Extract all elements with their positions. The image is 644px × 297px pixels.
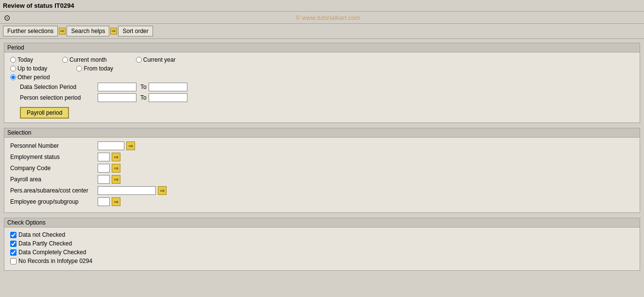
data-selection-period-label: Data Selection Period bbox=[20, 84, 98, 90]
pers-area-row: Pers.area/subarea/cost center ⇨ bbox=[10, 186, 634, 195]
employee-group-label: Employee group/subgroup bbox=[10, 198, 98, 205]
person-selection-period-row: Person selection period To bbox=[20, 93, 634, 102]
radio-current-year-label: Current year bbox=[143, 56, 176, 63]
payroll-period-button[interactable]: Payroll period bbox=[20, 107, 69, 119]
person-selection-period-to-label: To bbox=[140, 94, 147, 101]
employment-status-input[interactable] bbox=[98, 153, 110, 161]
pers-area-label: Pers.area/subarea/cost center bbox=[10, 187, 98, 194]
payroll-area-row: Payroll area ⇨ bbox=[10, 175, 634, 184]
period-radio-row-3: Other period bbox=[10, 74, 634, 81]
data-selection-period-to-label: To bbox=[140, 84, 147, 90]
sort-order-label: Sort order bbox=[122, 28, 148, 35]
main-content: Period Today Current month Current year bbox=[0, 39, 644, 280]
search-helps-label: Search helps bbox=[71, 28, 105, 35]
title-bar: Review of status IT0294 bbox=[0, 0, 644, 12]
period-from-today[interactable]: From today bbox=[76, 65, 113, 72]
company-code-label: Company Code bbox=[10, 165, 98, 172]
no-records-row: No Records in Infotype 0294 bbox=[10, 258, 634, 264]
data-not-checked-row: Data not Checked bbox=[10, 231, 634, 238]
period-radio-row-1: Today Current month Current year bbox=[10, 56, 634, 63]
period-section-header: Period bbox=[4, 43, 640, 52]
personnel-number-arrow-button[interactable]: ⇨ bbox=[126, 141, 135, 150]
period-other-period[interactable]: Other period bbox=[10, 74, 50, 81]
employment-status-arrow-button[interactable]: ⇨ bbox=[112, 153, 120, 161]
employment-status-row: Employment status ⇨ bbox=[10, 153, 634, 161]
pers-area-input[interactable] bbox=[98, 186, 156, 195]
person-selection-period-to-input[interactable] bbox=[149, 93, 187, 102]
radio-up-to-today-label: Up to today bbox=[17, 65, 47, 72]
employee-group-row: Employee group/subgroup ⇨ bbox=[10, 197, 634, 206]
data-completely-checked-checkbox[interactable] bbox=[10, 249, 17, 256]
page-title: Review of status IT0294 bbox=[3, 2, 74, 9]
personnel-number-label: Personnel Number bbox=[10, 142, 98, 149]
company-code-arrow-button[interactable]: ⇨ bbox=[112, 164, 120, 173]
radio-from-today-label: From today bbox=[84, 65, 113, 72]
radio-current-month[interactable] bbox=[62, 57, 68, 63]
payroll-area-label: Payroll area bbox=[10, 176, 98, 183]
watermark: © www.tutorialkart.com bbox=[14, 14, 642, 21]
employee-group-input[interactable] bbox=[98, 197, 110, 206]
period-section-body: Today Current month Current year Up to t… bbox=[4, 52, 640, 122]
data-completely-checked-row: Data Completely Checked bbox=[10, 249, 634, 256]
data-selection-period-row: Data Selection Period To bbox=[20, 83, 634, 91]
check-options-section-body: Data not Checked Data Partly Checked Dat… bbox=[4, 227, 640, 270]
data-not-checked-checkbox[interactable] bbox=[10, 232, 17, 238]
data-not-checked-label: Data not Checked bbox=[18, 231, 65, 238]
pers-area-arrow-button[interactable]: ⇨ bbox=[158, 186, 167, 195]
employment-status-label: Employment status bbox=[10, 154, 98, 160]
data-partly-checked-label: Data Partly Checked bbox=[18, 240, 72, 247]
selection-section: Selection Personnel Number ⇨ Employment … bbox=[4, 128, 640, 213]
payroll-area-arrow-button[interactable]: ⇨ bbox=[112, 175, 120, 184]
data-selection-period-to-input[interactable] bbox=[149, 83, 187, 91]
search-helps-arrow-icon bbox=[59, 28, 66, 35]
selection-section-header: Selection bbox=[4, 128, 640, 138]
further-selections-button[interactable]: Further selections bbox=[3, 26, 58, 36]
period-current-month[interactable]: Current month bbox=[62, 56, 107, 63]
company-code-row: Company Code ⇨ bbox=[10, 164, 634, 173]
data-partly-checked-checkbox[interactable] bbox=[10, 241, 17, 247]
no-records-label: No Records in Infotype 0294 bbox=[18, 258, 92, 264]
radio-today-label: Today bbox=[17, 56, 33, 63]
radio-from-today[interactable] bbox=[76, 66, 82, 71]
selection-section-body: Personnel Number ⇨ Employment status ⇨ C… bbox=[4, 138, 640, 212]
menu-bar: ⊙ © www.tutorialkart.com bbox=[0, 12, 644, 24]
radio-current-year[interactable] bbox=[136, 57, 142, 63]
period-today[interactable]: Today bbox=[10, 56, 33, 63]
sort-order-arrow-icon bbox=[110, 28, 117, 35]
radio-other-period-label: Other period bbox=[17, 74, 50, 81]
person-selection-period-label: Person selection period bbox=[20, 94, 98, 101]
toolbar: Further selections Search helps Sort ord… bbox=[0, 24, 644, 39]
person-selection-period-from-input[interactable] bbox=[98, 93, 136, 102]
period-section: Period Today Current month Current year bbox=[4, 43, 640, 123]
period-up-to-today[interactable]: Up to today bbox=[10, 65, 47, 72]
sort-order-button[interactable]: Sort order bbox=[118, 26, 153, 36]
check-options-section-header: Check Options bbox=[4, 218, 640, 227]
period-radio-row-2: Up to today From today bbox=[10, 65, 634, 72]
check-options-section: Check Options Data not Checked Data Part… bbox=[4, 218, 640, 271]
search-helps-button[interactable]: Search helps bbox=[67, 26, 109, 36]
payroll-area-input[interactable] bbox=[98, 175, 110, 184]
period-current-year[interactable]: Current year bbox=[136, 56, 176, 63]
radio-up-to-today[interactable] bbox=[10, 66, 16, 71]
personnel-number-input[interactable] bbox=[98, 141, 124, 150]
personnel-number-row: Personnel Number ⇨ bbox=[10, 141, 634, 150]
data-completely-checked-label: Data Completely Checked bbox=[18, 249, 86, 256]
radio-today[interactable] bbox=[10, 57, 16, 63]
company-code-input[interactable] bbox=[98, 164, 110, 173]
data-partly-checked-row: Data Partly Checked bbox=[10, 240, 634, 247]
data-selection-period-from-input[interactable] bbox=[98, 83, 136, 91]
radio-current-month-label: Current month bbox=[69, 56, 107, 63]
radio-other-period[interactable] bbox=[10, 74, 16, 80]
employee-group-arrow-button[interactable]: ⇨ bbox=[112, 197, 120, 206]
clock-icon[interactable]: ⊙ bbox=[2, 13, 12, 22]
further-selections-label: Further selections bbox=[7, 28, 53, 35]
no-records-checkbox[interactable] bbox=[10, 258, 17, 264]
